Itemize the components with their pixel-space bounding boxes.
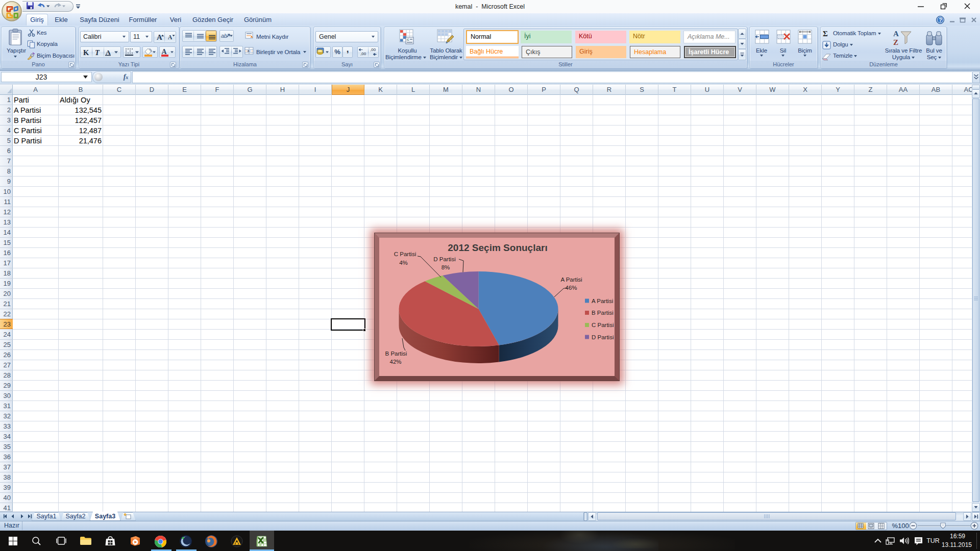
svg-text:?: ? [939,17,942,23]
svg-text:A: A [893,30,899,38]
svg-text:C Partisi: C Partisi [394,251,416,257]
svg-text:A: A [168,34,173,40]
svg-text:Z: Z [893,38,898,46]
svg-text:A Partisi: A Partisi [592,298,613,304]
svg-text:≤: ≤ [407,37,409,42]
svg-text:,00: ,00 [370,47,376,52]
svg-text:42%: 42% [389,359,401,365]
svg-text:D Partisi: D Partisi [592,334,614,340]
svg-text:,00: ,00 [360,52,366,56]
svg-text:46%: 46% [565,285,577,291]
svg-text:8%: 8% [442,264,450,270]
svg-text:T: T [95,48,100,57]
svg-text:A Partisi: A Partisi [560,277,582,283]
svg-text:K: K [83,48,89,57]
svg-text:A: A [162,48,167,56]
svg-text:C Partisi: C Partisi [592,322,614,328]
svg-text:B Partisi: B Partisi [385,350,407,357]
svg-text:2012 Seçim Sonuçları: 2012 Seçim Sonuçları [448,242,547,253]
svg-text:a: a [248,49,250,53]
svg-text:A: A [157,33,162,41]
svg-text:B Partisi: B Partisi [592,310,614,316]
svg-text:4%: 4% [399,260,408,266]
svg-text:ab: ab [221,33,227,39]
svg-text:D Partisi: D Partisi [433,256,455,262]
svg-text:A: A [106,48,111,56]
